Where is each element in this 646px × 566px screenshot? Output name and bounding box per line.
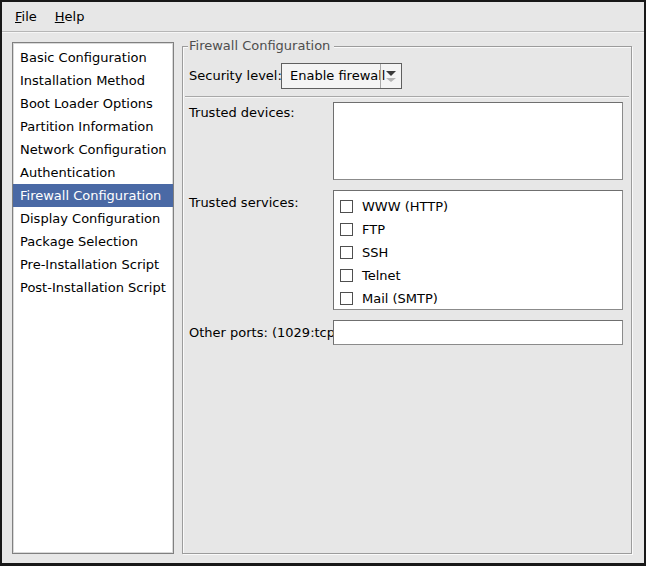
chevron-down-icon bbox=[386, 71, 396, 76]
sidebar-item-installation-method[interactable]: Installation Method bbox=[13, 69, 173, 92]
service-row: FTP bbox=[334, 218, 622, 241]
firewall-configuration-group: Firewall Configuration Security level: E… bbox=[182, 46, 632, 554]
sidebar-item-basic-configuration[interactable]: Basic Configuration bbox=[13, 46, 173, 69]
chevron-down-shadow-icon bbox=[386, 78, 396, 82]
sidebar-item-network-configuration[interactable]: Network Configuration bbox=[13, 138, 173, 161]
other-ports-input[interactable] bbox=[333, 320, 623, 345]
checkbox-www-http-[interactable] bbox=[340, 200, 353, 213]
dropdown-arrow-button[interactable] bbox=[380, 64, 401, 88]
service-row: SSH bbox=[334, 241, 622, 264]
sidebar-item-display-configuration[interactable]: Display Configuration bbox=[13, 207, 173, 230]
checkbox-ssh[interactable] bbox=[340, 246, 353, 259]
trusted-devices-label: Trusted devices: bbox=[189, 105, 295, 120]
service-label: SSH bbox=[362, 245, 388, 260]
service-label: WWW (HTTP) bbox=[362, 199, 448, 214]
service-row: Telnet bbox=[334, 264, 622, 287]
service-label: FTP bbox=[362, 222, 385, 237]
trusted-services-label: Trusted services: bbox=[189, 195, 299, 210]
security-level-dropdown[interactable]: Enable firewall bbox=[281, 63, 402, 89]
group-legend: Firewall Configuration bbox=[188, 38, 334, 53]
separator bbox=[185, 96, 629, 97]
sidebar-item-authentication[interactable]: Authentication bbox=[13, 161, 173, 184]
checkbox-ftp[interactable] bbox=[340, 223, 353, 236]
sidebar-item-partition-information[interactable]: Partition Information bbox=[13, 115, 173, 138]
trusted-devices-textarea[interactable] bbox=[333, 102, 623, 180]
menubar: FileHelp bbox=[2, 2, 644, 32]
service-row: Mail (SMTP) bbox=[334, 287, 622, 310]
service-label: Mail (SMTP) bbox=[362, 291, 438, 306]
section-list[interactable]: Basic ConfigurationInstallation MethodBo… bbox=[12, 42, 174, 554]
sidebar-item-post-installation-script[interactable]: Post-Installation Script bbox=[13, 276, 173, 299]
other-ports-label: Other ports: (1029:tcp) bbox=[189, 325, 340, 340]
sidebar-item-pre-installation-script[interactable]: Pre-Installation Script bbox=[13, 253, 173, 276]
checkbox-mail-smtp-[interactable] bbox=[340, 292, 353, 305]
security-level-value: Enable firewall bbox=[290, 64, 385, 88]
checkbox-telnet[interactable] bbox=[340, 269, 353, 282]
trusted-services-list: WWW (HTTP)FTPSSHTelnetMail (SMTP) bbox=[333, 190, 623, 310]
sidebar-item-firewall-configuration[interactable]: Firewall Configuration bbox=[13, 184, 173, 207]
service-row: WWW (HTTP) bbox=[334, 195, 622, 218]
menu-help[interactable]: Help bbox=[46, 6, 94, 27]
sidebar-item-package-selection[interactable]: Package Selection bbox=[13, 230, 173, 253]
menu-file[interactable]: File bbox=[6, 6, 46, 27]
sidebar-item-boot-loader-options[interactable]: Boot Loader Options bbox=[13, 92, 173, 115]
security-level-label: Security level: bbox=[189, 68, 282, 83]
kickstart-configurator-window: FileHelp Basic ConfigurationInstallation… bbox=[0, 0, 646, 566]
service-label: Telnet bbox=[362, 268, 401, 283]
